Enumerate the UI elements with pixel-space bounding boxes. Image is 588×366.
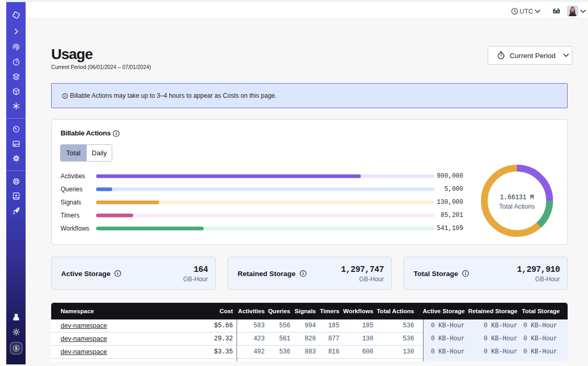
svg-text:$: $ — [15, 346, 17, 351]
